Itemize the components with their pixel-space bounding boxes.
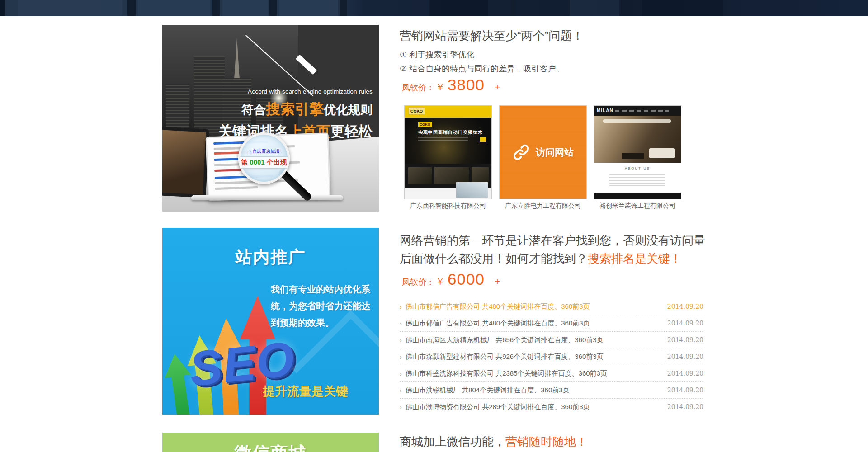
diagonal-slash-decoration — [296, 55, 317, 75]
chevron-right-icon: › — [400, 370, 402, 377]
topbar-shade — [279, 0, 338, 16]
ranking-row-text: 佛山市洪锐机械厂 共804个关键词排在百度、360前3页 — [406, 386, 667, 395]
tablet-device — [162, 127, 209, 198]
milan-text-lines — [609, 174, 665, 186]
ranking-row-date: 2014.09.20 — [667, 386, 703, 394]
chevron-right-icon: › — [400, 353, 402, 361]
marketing-point-2: ② 结合自身的特点与同行的差异，吸引客户。 — [400, 62, 564, 76]
topbar-shade — [18, 0, 122, 16]
ceiling-light-shape — [603, 119, 671, 123]
coko-hero-subtext-lines — [418, 137, 468, 141]
ranking-row[interactable]: › 佛山市科盛洗涤科技有限公司 共2385个关键词排在百度、360前3页 201… — [400, 365, 703, 382]
ranking-row-text: 佛山市潮博物资有限公司 共289个关键词排在百度、360前3页 — [406, 403, 667, 411]
wechat-section-title: 商城加上微信功能，营销随时随地！ — [400, 434, 716, 450]
ranking-row[interactable]: › 佛山市郁信广告有限公司 共480个关键词排在百度、360前3页 2014.0… — [400, 298, 703, 315]
topbar-shade — [340, 0, 347, 16]
chevron-right-icon: › — [400, 336, 402, 344]
topbar-shade — [642, 0, 723, 16]
ranking-row[interactable]: › 佛山市南海区大沥精东机械厂 共656个关键词排在百度、360前3页 2014… — [400, 332, 703, 348]
case-thumbnail-visit-site[interactable]: 访问网站 — [499, 105, 587, 199]
marketing-point-1: ① 利于搜索引擎优化 — [400, 48, 564, 62]
topbar-shade — [570, 0, 619, 16]
price-currency: ￥ — [435, 275, 445, 288]
coko-footer-area — [405, 188, 491, 199]
chevron-right-icon: › — [400, 403, 402, 411]
ranking-row-date: 2014.09.20 — [667, 336, 703, 344]
count-number: 0001 — [250, 158, 264, 166]
milan-header-bar: MILAN — [594, 106, 681, 116]
ranking-title-em: 搜索排名是关键！ — [588, 252, 682, 265]
topbar-shade — [511, 0, 515, 16]
headline-text: 符合 — [241, 103, 266, 117]
ranking-row[interactable]: › 佛山市森颢新型建材有限公司 共926个关键词排在百度、360前3页 2014… — [400, 348, 703, 365]
seo-rules-banner: Accord with search engine optimization r… — [162, 25, 379, 212]
coko-door-photo — [456, 182, 488, 198]
banner-headline-1: 符合搜索引擎优化规则 — [218, 99, 373, 119]
visit-site-overlay[interactable]: 访问网站 — [500, 106, 586, 199]
ranking-row[interactable]: › 佛山市洪锐机械厂 共804个关键词排在百度、360前3页 2014.09.2… — [400, 382, 703, 399]
case-thumbnail-milan[interactable]: MILAN ABOUT US — [594, 105, 681, 199]
price-plus: + — [495, 276, 500, 287]
thumbnail-caption: 裕创米兰装饰工程有限公司 — [593, 202, 682, 210]
table-shape — [622, 153, 644, 159]
ranking-case-list: › 佛山市郁信广告有限公司 共480个关键词排在百度、360前3页 2014.0… — [400, 298, 703, 415]
baidu-link-text: 百度首页应用 — [252, 148, 279, 153]
chevron-right-icon: › — [400, 320, 402, 327]
milan-logo: MILAN — [597, 108, 613, 113]
ranking-row-date: 2014.09.20 — [667, 353, 703, 360]
topbar-shade — [429, 0, 488, 16]
coko-hero-text: 实现中国高端自动门变频技术 — [418, 129, 483, 136]
wechat-title-em: 营销随时随地！ — [505, 435, 588, 448]
wechat-mall-banner: 微信商城 — [162, 433, 379, 452]
marketing-section-title: 营销网站需要解决至少“两个”问题！ — [400, 28, 716, 44]
banner-title: 站内推广 — [162, 246, 379, 268]
ranking-row-date: 2014.09.20 — [667, 303, 703, 310]
milan-about-label: ABOUT US — [594, 166, 681, 170]
topbar-shade — [269, 0, 277, 16]
ranking-row-text: 佛山市森颢新型建材有限公司 共926个关键词排在百度、360前3页 — [406, 353, 667, 361]
milan-footer-bar — [594, 193, 681, 199]
topbar-shade — [138, 0, 210, 16]
link-chain-icon — [512, 143, 530, 161]
serp-result-line — [215, 186, 258, 190]
coko-logo: COKO — [408, 108, 425, 115]
price-currency: ￥ — [435, 81, 445, 94]
tablet-screen — [162, 130, 206, 195]
price-6000: 凤软价： ￥ 6000 + — [402, 270, 500, 288]
milan-about-section: ABOUT US — [594, 163, 681, 193]
visit-site-label: 访问网站 — [536, 146, 574, 159]
headline-text: 更轻松 — [330, 123, 373, 139]
coko-photo — [408, 167, 432, 184]
coko-header-bar: COKO — [405, 106, 491, 118]
coko-hero: COKO 实现中国高端自动门变频技术 — [405, 118, 491, 164]
thumbnail-caption: 广东西科智能科技有限公司 — [404, 202, 492, 210]
count-prefix: 第 — [241, 158, 250, 166]
wechat-title-text: 商城加上微信功能， — [400, 435, 505, 448]
sofa-shape — [649, 148, 675, 158]
ranking-row-text: 佛山市郁信广告有限公司 共480个关键词排在百度、360前3页 — [406, 319, 667, 328]
ranking-row[interactable]: › 佛山市潮博物资有限公司 共289个关键词排在百度、360前3页 2014.0… — [400, 399, 703, 415]
price-label: 凤软价： — [402, 277, 434, 287]
ranking-section-title: 网络营销的第一环节是让潜在客户找到您，否则没有访问量后面做什么都没用！如何才能找… — [400, 231, 716, 268]
case-thumbnail-coko[interactable]: COKO COKO 实现中国高端自动门变频技术 — [404, 105, 492, 199]
thumbnail-caption: 广东立胜电力工程有限公司 — [499, 202, 587, 210]
banner-tagline: Accord with search engine optimization r… — [218, 88, 373, 95]
topbar-shade — [127, 0, 136, 16]
tower-spire-shape — [229, 38, 245, 80]
topbar-shade — [0, 0, 5, 16]
marketing-points: ① 利于搜索引擎优化 ② 结合自身的特点与同行的差异，吸引客户。 — [400, 48, 564, 76]
ranking-row-text: 佛山市郁信广告有限公司 共480个关键词排在百度、360前3页 — [406, 302, 667, 311]
milan-nav-links — [615, 110, 669, 112]
price-3800: 凤软价： ￥ 3800 + — [402, 76, 500, 94]
headline-text: 优化规则 — [324, 103, 373, 117]
price-plus: + — [495, 82, 500, 93]
banner-title: 微信商城 — [162, 442, 379, 452]
keyword-position-text: 第 0001 个出现 — [240, 156, 288, 169]
ranking-row-date: 2014.09.20 — [667, 370, 703, 377]
topbar-shade — [212, 0, 220, 16]
ranking-row[interactable]: › 佛山市郁信广告有限公司 共480个关键词排在百度、360前3页 2014.0… — [400, 315, 703, 332]
coko-hero-button-shape — [480, 137, 486, 142]
topbar-shade — [222, 0, 268, 16]
chevron-right-icon: › — [400, 303, 402, 311]
ranking-row-date: 2014.09.20 — [667, 403, 703, 410]
